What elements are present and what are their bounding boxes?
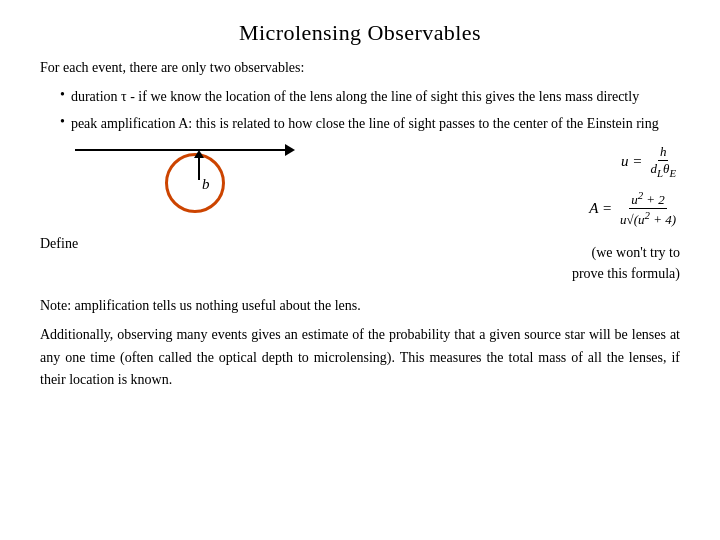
u-numerator: h (658, 144, 669, 161)
formula-section: u = h dLθE A = u2 + 2 u√(u2 + 4) (we won… (340, 144, 680, 284)
diagram-section: b Define (40, 144, 340, 252)
bullet-dot-2: • (60, 114, 65, 130)
a-fraction: u2 + 2 u√(u2 + 4) (618, 189, 678, 229)
u-denominator: dLθE (648, 161, 678, 179)
wont-try-text: (we won't try toprove this formula) (572, 242, 680, 284)
note-text: Note: amplification tells us nothing use… (40, 298, 680, 314)
b-arrowhead-up (194, 150, 204, 158)
bullet-item-1: • duration τ - if we know the location o… (60, 86, 680, 107)
a-equals: A = (589, 200, 612, 217)
page-title: Microlensing Observables (40, 20, 680, 46)
diagram-area: b Define u = h dLθE A = u2 + 2 u√(u2 + 4… (40, 144, 680, 284)
b-label: b (202, 176, 210, 193)
page: Microlensing Observables For each event,… (0, 0, 720, 540)
a-numerator: u2 + 2 (629, 189, 667, 209)
bullet-dot-1: • (60, 87, 65, 103)
b-arrow-line (198, 158, 200, 180)
u-formula: u = h dLθE (621, 144, 680, 179)
bullet-text-2: peak amplification A: this is related to… (71, 113, 680, 134)
a-denominator: u√(u2 + 4) (618, 209, 678, 228)
intro-text: For each event, there are only two obser… (40, 60, 680, 76)
arrow-head (285, 144, 295, 156)
u-equals: u = (621, 153, 642, 170)
bullet-item-2: • peak amplification A: this is related … (60, 113, 680, 134)
define-label: Define (40, 236, 78, 252)
additionally-text: Additionally, observing many events give… (40, 324, 680, 391)
bullet-list: • duration τ - if we know the location o… (60, 86, 680, 134)
bullet-text-1: duration τ - if we know the location of … (71, 86, 680, 107)
u-fraction: h dLθE (648, 144, 678, 179)
a-formula: A = u2 + 2 u√(u2 + 4) (589, 189, 680, 229)
